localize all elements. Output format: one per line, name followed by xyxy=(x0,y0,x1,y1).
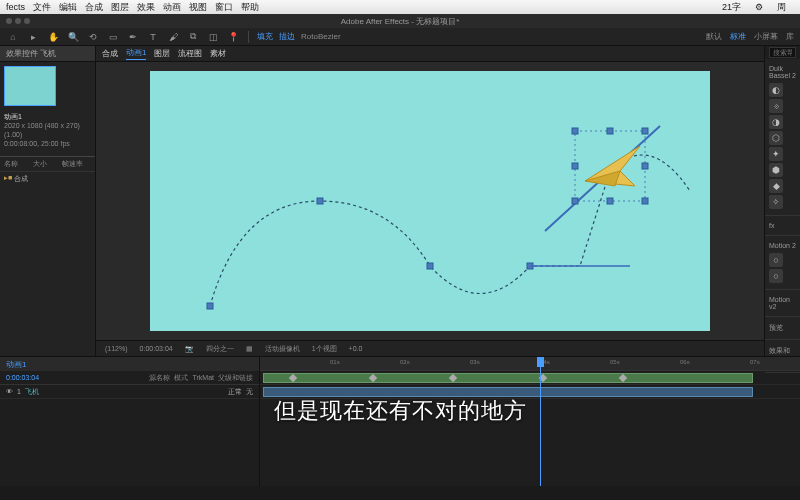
svg-rect-11 xyxy=(642,163,648,169)
playhead[interactable] xyxy=(540,357,541,486)
fill-label[interactable]: 填充 xyxy=(257,31,273,42)
layer-mode[interactable]: 正常 xyxy=(228,387,242,397)
selection-tool-icon[interactable]: ▸ xyxy=(26,30,40,44)
brush-tool-icon[interactable]: 🖌 xyxy=(166,30,180,44)
app-name: fects xyxy=(6,2,25,12)
right-dock: Duik Bassel 2 ◐⟐ ◑⬡ ✦⬢ ◆✧ fx Motion 2 ○○… xyxy=(764,46,800,356)
motion-icon[interactable]: ○ xyxy=(769,269,783,283)
menu-anim[interactable]: 动画 xyxy=(163,1,181,14)
effect-controls-tab[interactable]: 效果控件 飞机 xyxy=(0,46,95,62)
duik-icon[interactable]: ⟐ xyxy=(769,99,783,113)
comp-thumbnail[interactable] xyxy=(4,66,56,106)
panel-motion2[interactable]: Motion 2 xyxy=(767,240,798,251)
duik-icon[interactable]: ⬢ xyxy=(769,163,783,177)
panel-fx[interactable]: fx xyxy=(767,220,798,231)
active-camera[interactable]: 活动摄像机 xyxy=(262,344,303,354)
shape-tool-icon[interactable]: ▭ xyxy=(106,30,120,44)
hand-tool-icon[interactable]: ✋ xyxy=(46,30,60,44)
view-count[interactable]: 1个视图 xyxy=(309,344,340,354)
menu-window[interactable]: 窗口 xyxy=(215,1,233,14)
workspace-lib[interactable]: 库 xyxy=(786,31,794,42)
rotate-tool-icon[interactable]: ⟲ xyxy=(86,30,100,44)
canvas[interactable] xyxy=(150,71,710,331)
gear-icon[interactable]: ⚙ xyxy=(755,2,763,12)
row-label: 合成 xyxy=(14,174,28,184)
hdr-parent[interactable]: 父级和链接 xyxy=(218,373,253,383)
svg-rect-7 xyxy=(572,128,578,134)
duik-icon[interactable]: ✧ xyxy=(769,195,783,209)
eye-icon[interactable]: 👁 xyxy=(6,388,13,395)
comp-footer: (112%) 0:00:03:04 📷 四分之一 ▦ 活动摄像机 1个视图 +0… xyxy=(96,340,764,356)
workspace-standard[interactable]: 标准 xyxy=(730,31,746,42)
home-icon[interactable]: ⌂ xyxy=(6,30,20,44)
svg-rect-2 xyxy=(427,263,433,269)
tab-flow[interactable]: 流程图 xyxy=(178,48,202,59)
menu-layer[interactable]: 图层 xyxy=(111,1,129,14)
panel-duik[interactable]: Duik Bassel 2 xyxy=(767,63,798,81)
svg-rect-3 xyxy=(527,263,533,269)
motion-icon[interactable]: ○ xyxy=(769,253,783,267)
exposure[interactable]: +0.0 xyxy=(346,345,366,352)
resolution[interactable]: 四分之一 xyxy=(203,344,237,354)
duik-icon[interactable]: ◐ xyxy=(769,83,783,97)
search-help-input[interactable] xyxy=(769,47,796,58)
duik-icon[interactable]: ◑ xyxy=(769,115,783,129)
svg-rect-1 xyxy=(317,198,323,204)
clone-tool-icon[interactable]: ⧉ xyxy=(186,30,200,44)
svg-rect-10 xyxy=(572,163,578,169)
timeline-tab[interactable]: 动画1 xyxy=(6,359,26,370)
col-name[interactable]: 名称 xyxy=(4,159,33,169)
viewport[interactable] xyxy=(96,62,764,340)
svg-rect-9 xyxy=(642,128,648,134)
menu-edit[interactable]: 编辑 xyxy=(59,1,77,14)
duik-icon[interactable]: ✦ xyxy=(769,147,783,161)
traffic-lights[interactable] xyxy=(6,18,30,24)
tab-anim[interactable]: 动画1 xyxy=(126,47,146,60)
window-titlebar: Adobe After Effects - 无标题项目* xyxy=(0,14,800,28)
panel-preview[interactable]: 预览 xyxy=(767,321,798,335)
work-area-bar[interactable] xyxy=(263,373,753,383)
svg-rect-0 xyxy=(207,303,213,309)
layer-parent[interactable]: 无 xyxy=(246,387,253,397)
text-tool-icon[interactable]: T xyxy=(146,30,160,44)
duik-icon[interactable]: ◆ xyxy=(769,179,783,193)
grid-icon[interactable]: ▦ xyxy=(243,345,256,353)
menu-comp[interactable]: 合成 xyxy=(85,1,103,14)
workspace-default[interactable]: 默认 xyxy=(706,31,722,42)
menu-help[interactable]: 帮助 xyxy=(241,1,259,14)
composition-panel: 合成 动画1 图层 流程图 素材 xyxy=(96,46,764,356)
zoom-level[interactable]: (112%) xyxy=(102,345,131,352)
rotobezier-label[interactable]: RotoBezier xyxy=(301,32,341,41)
camera-icon[interactable]: 📷 xyxy=(182,345,197,353)
hdr-source[interactable]: 源名称 xyxy=(149,373,170,383)
stroke-label[interactable]: 描边 xyxy=(279,31,295,42)
time-ruler[interactable]: 01s 02s 03s 04s 05s 06s 07s xyxy=(260,357,800,371)
tl-timecode[interactable]: 0:00:03:04 xyxy=(6,374,39,381)
puppet-tool-icon[interactable]: 📍 xyxy=(226,30,240,44)
tab-layer[interactable]: 图层 xyxy=(154,48,170,59)
comp-tabs: 合成 动画1 图层 流程图 素材 xyxy=(96,46,764,62)
layer-name[interactable]: 飞机 xyxy=(25,387,224,397)
eraser-tool-icon[interactable]: ◫ xyxy=(206,30,220,44)
duik-icon[interactable]: ⬡ xyxy=(769,131,783,145)
tab-comp[interactable]: 合成 xyxy=(102,48,118,59)
clip-dims: 2020 x 1080 (480 x 270) (1.00) xyxy=(4,121,91,139)
menu-file[interactable]: 文件 xyxy=(33,1,51,14)
project-row[interactable]: ▸■ 合成 xyxy=(0,172,95,186)
hdr-trkmat[interactable]: TrkMat xyxy=(192,374,214,381)
folder-icon: ▸■ xyxy=(4,174,14,184)
panel-motionv2[interactable]: Motion v2 xyxy=(767,294,798,312)
hdr-mode[interactable]: 模式 xyxy=(174,373,188,383)
workspace-small[interactable]: 小屏幕 xyxy=(754,31,778,42)
menu-effect[interactable]: 效果 xyxy=(137,1,155,14)
pen-tool-icon[interactable]: ✒ xyxy=(126,30,140,44)
menu-view[interactable]: 视图 xyxy=(189,1,207,14)
timecode[interactable]: 0:00:03:04 xyxy=(137,345,176,352)
zoom-tool-icon[interactable]: 🔍 xyxy=(66,30,80,44)
layer-row[interactable]: 👁 1 飞机 正常 无 xyxy=(0,385,259,399)
tab-footage[interactable]: 素材 xyxy=(210,48,226,59)
svg-line-5 xyxy=(545,126,660,231)
col-size[interactable]: 大小 xyxy=(33,159,62,169)
svg-rect-6 xyxy=(575,131,645,201)
col-fps[interactable]: 帧速率 xyxy=(62,159,91,169)
